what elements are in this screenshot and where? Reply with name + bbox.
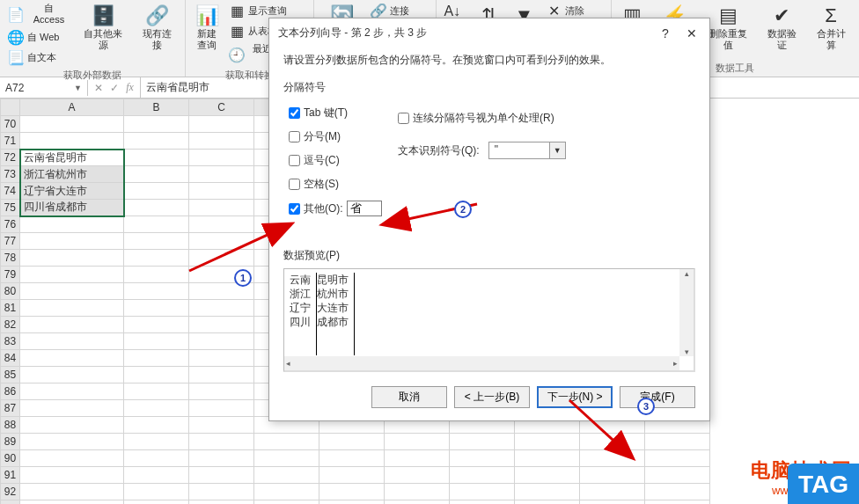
annotation-circle-3: 3 [637,398,655,415]
svg-line-2 [569,400,632,457]
annotation-circle-1: 1 [234,269,252,287]
svg-line-0 [189,224,290,271]
tag-badge: TAG [788,464,859,504]
annotation-circle-2: 2 [454,201,472,218]
annotation-arrows [0,0,859,504]
